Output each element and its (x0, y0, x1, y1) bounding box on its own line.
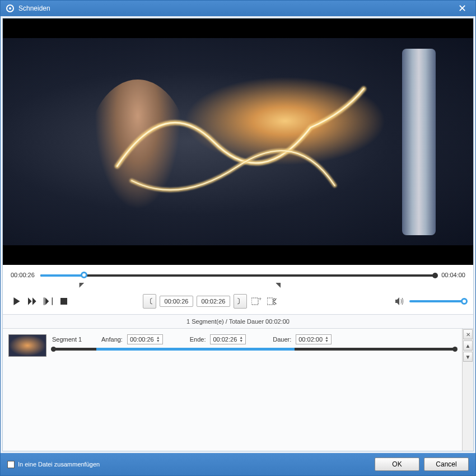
merge-label: In eine Datei zusammenfügen (18, 461, 100, 468)
next-frame-icon[interactable] (42, 295, 54, 307)
segment-thumbnail (8, 334, 46, 357)
set-end-button[interactable]: 〕 (234, 294, 247, 309)
cut-icon[interactable] (266, 295, 278, 307)
ok-button[interactable]: OK (375, 458, 419, 471)
end-marker[interactable] (276, 282, 281, 290)
move-up-button[interactable]: ▲ (463, 340, 473, 351)
trim-end-field[interactable]: 00:02:26 (197, 296, 230, 307)
timeline: 00:00:26 00:04:00 (3, 265, 473, 288)
segment-end-field[interactable]: 00:02:26▲▼ (210, 334, 246, 344)
merge-checkbox[interactable] (7, 461, 15, 468)
remove-segment-button[interactable]: ✕ (463, 329, 473, 339)
duration-label: Dauer: (273, 336, 291, 343)
footer: In eine Datei zusammenfügen OK Cancel (1, 453, 475, 475)
segments-list: Segment 1 Anfang: 00:00:26▲▼ Ende: 00:02… (3, 329, 473, 451)
move-down-button[interactable]: ▼ (463, 352, 473, 362)
svg-rect-0 (60, 298, 67, 305)
segment-summary: 1 Segment(e) / Totale Dauer 00:02:00 (3, 314, 473, 329)
volume-icon[interactable] (394, 295, 406, 307)
titlebar: Schneiden ✕ (1, 1, 475, 16)
add-segment-icon[interactable]: + (250, 295, 263, 307)
merge-checkbox-wrap[interactable]: In eine Datei zusammenfügen (7, 461, 100, 468)
volume-slider[interactable] (409, 300, 465, 302)
content-area: 00:00:26 00:04:00 (2, 18, 474, 451)
svg-rect-1 (251, 298, 258, 305)
fast-forward-icon[interactable] (26, 295, 39, 307)
timeline-track[interactable] (40, 269, 436, 281)
stop-icon[interactable] (58, 295, 70, 307)
segment-side-controls: ✕ ▲ ▼ (462, 329, 473, 451)
segment-duration-field[interactable]: 00:02:00▲▼ (296, 334, 332, 344)
window-title: Schneiden (18, 4, 50, 12)
playhead[interactable] (81, 272, 87, 278)
trim-start-field[interactable]: 00:00:26 (160, 296, 193, 307)
play-icon[interactable] (11, 295, 23, 307)
end-label: Ende: (190, 336, 206, 343)
start-label: Anfang: (101, 336, 123, 343)
svg-text:+: + (259, 297, 262, 302)
trim-dialog: Schneiden ✕ 00:00:26 0 (0, 0, 476, 476)
set-start-button[interactable]: 〔 (143, 294, 156, 309)
segment-start-field[interactable]: 00:00:26▲▼ (127, 334, 163, 344)
start-marker[interactable] (79, 282, 84, 290)
app-icon (6, 4, 14, 12)
svg-rect-3 (267, 298, 273, 305)
current-time: 00:00:26 (11, 272, 35, 278)
playback-controls: 〔 00:00:26 00:02:26 〕 + (3, 288, 473, 314)
segment-name: Segment 1 (52, 336, 97, 343)
close-icon[interactable]: ✕ (455, 2, 470, 15)
total-time: 00:04:00 (441, 272, 465, 278)
segment-row[interactable]: Segment 1 Anfang: 00:00:26▲▼ Ende: 00:02… (6, 332, 459, 359)
video-preview[interactable] (3, 18, 473, 265)
segment-track[interactable] (52, 348, 456, 351)
cancel-button[interactable]: Cancel (424, 458, 469, 471)
